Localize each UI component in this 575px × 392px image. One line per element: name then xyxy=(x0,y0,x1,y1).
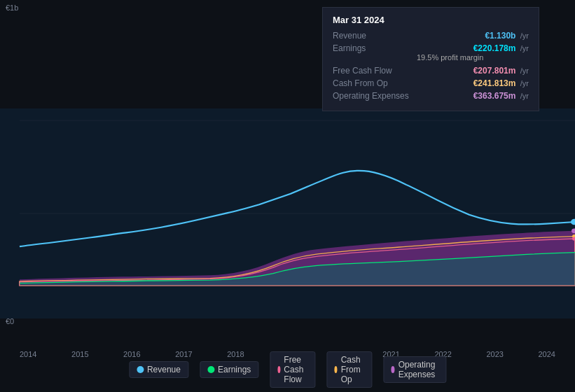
legend-dot-earnings xyxy=(207,366,214,373)
tooltip-date: Mar 31 2024 xyxy=(333,15,529,25)
legend-label-cashfromop: Cash From Op xyxy=(341,355,365,384)
tooltip-row-cashfromop: Cash From Op €241.813m /yr xyxy=(333,78,529,88)
tooltip-profit-margin: 19.5% profit margin xyxy=(417,53,529,62)
tooltip-earnings-inner: Earnings €220.178m /yr xyxy=(333,43,529,53)
x-label-2024: 2024 xyxy=(538,350,555,358)
tooltip-row-opex: Operating Expenses €363.675m /yr xyxy=(333,91,529,101)
chart-legend: Revenue Earnings Free Cash Flow Cash Fro… xyxy=(129,351,446,388)
legend-item-opex[interactable]: Operating Expenses xyxy=(383,356,446,383)
tooltip-unit-opex: /yr xyxy=(520,92,529,100)
legend-item-revenue[interactable]: Revenue xyxy=(129,361,188,378)
chart-svg xyxy=(0,108,575,318)
legend-item-fcf[interactable]: Free Cash Flow xyxy=(270,351,315,388)
tooltip-label-opex: Operating Expenses xyxy=(333,91,417,101)
tooltip-label-earnings: Earnings xyxy=(333,43,417,53)
tooltip-row-revenue: Revenue €1.130b /yr xyxy=(333,31,529,41)
x-label-2023: 2023 xyxy=(486,350,503,358)
legend-label-earnings: Earnings xyxy=(218,365,251,374)
tooltip-value-fcf: €207.801m xyxy=(473,66,516,76)
legend-item-earnings[interactable]: Earnings xyxy=(200,361,258,378)
legend-dot-fcf xyxy=(277,366,280,373)
legend-label-fcf: Free Cash Flow xyxy=(284,355,307,384)
tooltip-label-revenue: Revenue xyxy=(333,31,417,41)
tooltip-unit-revenue: /yr xyxy=(520,31,529,40)
legend-dot-revenue xyxy=(137,366,144,373)
tooltip-label-fcf: Free Cash Flow xyxy=(333,66,417,76)
legend-dot-cashfromop xyxy=(334,366,337,373)
x-label-2014: 2014 xyxy=(20,350,36,358)
tooltip-unit-cashfromop: /yr xyxy=(520,79,529,88)
legend-label-revenue: Revenue xyxy=(147,365,181,374)
tooltip-value-earnings: €220.178m xyxy=(473,43,516,53)
y-axis-label-1b: €1b xyxy=(6,4,18,12)
legend-item-cashfromop[interactable]: Cash From Op xyxy=(326,351,372,388)
legend-label-opex: Operating Expenses xyxy=(399,360,438,379)
tooltip-box: Mar 31 2024 Revenue €1.130b /yr Earnings… xyxy=(322,7,539,111)
tooltip-unit-fcf: /yr xyxy=(520,66,529,75)
tooltip-label-cashfromop: Cash From Op xyxy=(333,78,417,88)
legend-dot-opex xyxy=(391,366,394,373)
tooltip-value-opex: €363.675m xyxy=(473,91,516,101)
tooltip-row-fcf: Free Cash Flow €207.801m /yr xyxy=(333,66,529,76)
tooltip-unit-earnings: /yr xyxy=(520,44,529,52)
x-label-2015: 2015 xyxy=(71,350,88,358)
tooltip-value-revenue: €1.130b xyxy=(485,31,515,41)
chart-container: Mar 31 2024 Revenue €1.130b /yr Earnings… xyxy=(0,0,575,392)
tooltip-row-earnings: Earnings €220.178m /yr 19.5% profit marg… xyxy=(333,43,529,63)
tooltip-value-cashfromop: €241.813m xyxy=(473,78,516,88)
